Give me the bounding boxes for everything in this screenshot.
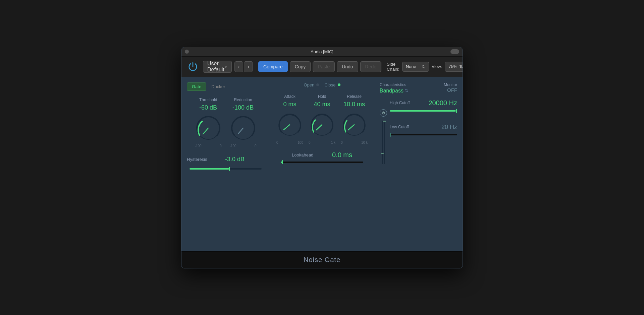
sidechain-dropdown[interactable]: None ⇅	[402, 62, 429, 72]
monitor-label: Monitor	[444, 82, 457, 87]
hysteresis-label: Hysteresis	[187, 157, 214, 162]
nav-back-button[interactable]: ‹	[234, 61, 244, 72]
high-cutoff-value: 20000 Hz	[428, 99, 457, 107]
threshold-knob[interactable]	[195, 115, 222, 141]
attack-label: Attack	[284, 94, 295, 99]
attack-knob[interactable]	[276, 111, 303, 138]
attack-min: 0	[276, 141, 278, 144]
plugin-window: Audio [MIC] User Default ∨ ‹ › Compare C…	[181, 47, 463, 268]
high-cutoff-header: High Cutoff 20000 Hz	[390, 99, 457, 107]
hold-max: 1 k	[331, 141, 335, 144]
cutoff-sliders: High Cutoff 20000 Hz Low Cutoff 20 Hz	[390, 99, 457, 164]
main-content: Gate Ducker Threshold -60 dB	[181, 77, 463, 251]
release-max: 10 k	[361, 141, 368, 144]
high-cutoff-item: High Cutoff 20000 Hz	[390, 99, 457, 116]
title-bar: Audio [MIC]	[181, 47, 463, 57]
reduction-min: -100	[230, 144, 236, 148]
nav-forward-button[interactable]: ›	[244, 61, 253, 72]
monitor-group: Monitor OFF	[444, 82, 457, 93]
open-dot	[316, 83, 319, 86]
preset-name: User Default	[207, 61, 224, 73]
low-cutoff-header: Low Cutoff 20 Hz	[390, 124, 457, 131]
high-cutoff-label: High Cutoff	[390, 101, 410, 105]
preset-arrow: ∨	[224, 64, 227, 69]
mode-tabs: Gate Ducker	[187, 82, 264, 91]
monitor-value[interactable]: OFF	[444, 87, 457, 93]
open-status: Open	[304, 82, 319, 87]
right-inner: High Cutoff 20000 Hz Low Cutoff 20 Hz	[380, 99, 457, 164]
release-label: Release	[347, 94, 362, 99]
view-arrows: ⇅	[459, 64, 463, 69]
release-range: 0 10 k	[341, 141, 368, 144]
open-label: Open	[304, 82, 314, 87]
lookahead-row: Lookahead 0.0 ms	[275, 151, 369, 159]
char-label: Characteristics	[380, 82, 408, 87]
left-knobs: Threshold -60 dB -100 0	[187, 98, 264, 148]
sidechain-value: None	[406, 64, 416, 69]
lookahead-slider[interactable]	[281, 162, 363, 163]
hold-group: Hold 40 ms 0 1 k	[309, 94, 335, 144]
power-button[interactable]	[185, 59, 200, 74]
threshold-value: -60 dB	[199, 104, 217, 111]
close-label: Close	[324, 82, 335, 87]
window-toggle[interactable]	[450, 49, 459, 54]
hysteresis-value: -3.0 dB	[218, 156, 245, 163]
threshold-max: 0	[220, 144, 222, 148]
mid-panel: Open Close Attack 0 ms	[270, 77, 374, 251]
tab-gate[interactable]: Gate	[187, 82, 206, 91]
left-panel: Gate Ducker Threshold -60 dB	[181, 77, 270, 251]
low-cutoff-label: Low Cutoff	[390, 125, 409, 129]
threshold-group: Threshold -60 dB -100 0	[195, 98, 222, 148]
char-value: Bandpass	[380, 88, 404, 94]
hold-range: 0 1 k	[309, 141, 335, 144]
footer: Noise Gate	[181, 251, 463, 268]
hysteresis-slider[interactable]	[190, 168, 262, 170]
release-min: 0	[341, 141, 343, 144]
attack-range: 0 100	[276, 141, 303, 144]
view-section: View: 75% ⇅	[432, 62, 463, 72]
reduction-group: Reduction -100 dB -100 0	[230, 98, 257, 148]
paste-button[interactable]: Paste	[313, 61, 335, 72]
reduction-value: -100 dB	[232, 104, 254, 111]
view-label: View:	[432, 64, 442, 69]
view-dropdown[interactable]: 75% ⇅	[445, 62, 463, 72]
redo-button[interactable]: Redo	[360, 61, 381, 72]
footer-title: Noise Gate	[304, 256, 340, 264]
view-value: 75%	[448, 64, 457, 69]
right-panel: Characteristics Bandpass ⇅ Monitor OFF	[374, 77, 463, 251]
char-row: Characteristics Bandpass ⇅ Monitor OFF	[380, 82, 457, 94]
close-status: Close	[324, 82, 340, 87]
compare-button[interactable]: Compare	[258, 61, 288, 72]
threshold-min: -100	[195, 144, 202, 148]
traffic-light[interactable]	[185, 50, 189, 54]
attack-max: 100	[298, 141, 303, 144]
undo-button[interactable]: Undo	[337, 61, 358, 72]
attack-value: 0 ms	[283, 101, 296, 108]
vert-power-button[interactable]	[380, 109, 387, 117]
low-cutoff-item: Low Cutoff 20 Hz	[390, 124, 457, 139]
lookahead-value: 0.0 ms	[325, 151, 352, 159]
char-arrow: ⇅	[405, 88, 408, 93]
release-value: 10.0 ms	[343, 101, 365, 108]
hold-label: Hold	[318, 94, 326, 99]
reduction-label: Reduction	[234, 98, 252, 102]
nav-group: ‹ ›	[234, 61, 253, 72]
toolbar: User Default ∨ ‹ › Compare Copy Paste Un…	[181, 57, 463, 77]
vert-slider-area	[380, 99, 387, 164]
preset-dropdown[interactable]: User Default ∨	[203, 61, 232, 73]
reduction-max: 0	[255, 144, 257, 148]
sidechain-label: Side Chain:	[387, 62, 399, 72]
mid-knobs: Attack 0 ms 0 100	[275, 94, 369, 144]
hold-knob[interactable]	[309, 111, 335, 138]
action-buttons: Compare Copy Paste Undo Redo	[258, 61, 381, 72]
tab-ducker[interactable]: Ducker	[206, 82, 230, 91]
reduction-range: -100 0	[230, 144, 257, 148]
char-dropdown[interactable]: Bandpass ⇅	[380, 88, 408, 94]
reduction-knob[interactable]	[230, 115, 257, 141]
hold-min: 0	[309, 141, 311, 144]
high-cutoff-slider[interactable]	[390, 110, 457, 112]
copy-button[interactable]: Copy	[290, 61, 311, 72]
low-cutoff-slider[interactable]	[390, 134, 457, 135]
attack-group: Attack 0 ms 0 100	[276, 94, 303, 144]
release-knob[interactable]	[341, 111, 368, 138]
